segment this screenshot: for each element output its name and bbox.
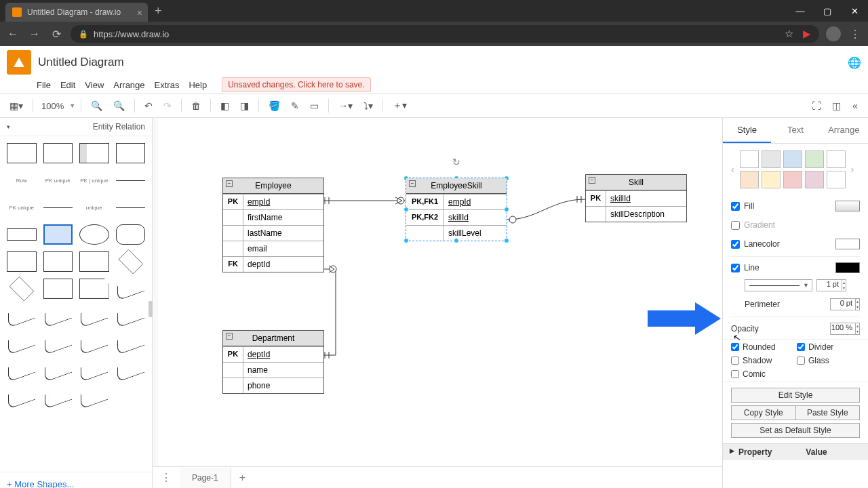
more-shapes-link[interactable]: + More Shapes... (0, 472, 152, 488)
table-employee[interactable]: −Employee PKempId firstName lastName ema… (222, 178, 324, 272)
window-minimize-icon[interactable]: — (787, 0, 814, 22)
shape-table3[interactable] (79, 143, 109, 163)
shape-curve15[interactable] (43, 387, 73, 407)
collapse-icon[interactable]: − (409, 180, 416, 187)
shape-curve6[interactable] (7, 333, 37, 353)
rotate-handle-icon[interactable]: ↻ (452, 157, 460, 167)
swatch-prev-icon[interactable]: ‹ (730, 164, 736, 175)
menu-edit[interactable]: Edit (60, 80, 75, 90)
undo-icon[interactable]: ↶ (140, 98, 157, 114)
shape-cloud[interactable] (116, 224, 146, 245)
table-employee-skill[interactable]: ↻ −EmployeeSkill PK,FK1empId PK,FK2skill… (406, 178, 507, 241)
line-width-input[interactable]: 1 pt (816, 279, 846, 291)
lanecolor-box[interactable] (835, 239, 860, 249)
swatch[interactable] (762, 171, 781, 188)
shape-curve8[interactable] (79, 333, 109, 353)
insert-icon[interactable]: ＋▾ (389, 97, 411, 115)
swatch[interactable] (783, 150, 802, 168)
shadow-checkbox[interactable] (731, 357, 739, 365)
collapse-icon[interactable]: « (848, 98, 863, 114)
opacity-input[interactable]: 100 % (830, 323, 860, 335)
window-maximize-icon[interactable]: ▢ (814, 0, 841, 22)
tab-arrange[interactable]: Arrange (820, 118, 868, 143)
shape-box[interactable] (43, 279, 73, 299)
property-header[interactable]: ▶ Property Value (723, 443, 868, 460)
fullscreen-icon[interactable]: ⛶ (808, 98, 825, 114)
forward-button[interactable]: → (27, 28, 42, 40)
zoom-level[interactable]: 100% (39, 101, 66, 111)
line-color-icon[interactable]: ✎ (287, 98, 303, 114)
swatch-next-icon[interactable]: › (850, 164, 856, 175)
zoom-out-icon[interactable]: 🔍 (109, 98, 129, 114)
shape-curve1[interactable] (116, 279, 146, 299)
perimeter-input[interactable]: 0 pt (830, 298, 860, 310)
document-title[interactable]: Untitled Diagram (38, 56, 124, 69)
glass-checkbox[interactable] (797, 357, 805, 365)
shape-row-label[interactable]: Row (7, 170, 37, 190)
unsaved-warning[interactable]: Unsaved changes. Click here to save. (222, 77, 370, 92)
tab-text[interactable]: Text (771, 118, 819, 143)
rounded-checkbox[interactable] (731, 343, 739, 351)
shape-curve7[interactable] (43, 333, 73, 353)
table-skill[interactable]: −Skill PKskillId skillDescription (585, 174, 687, 222)
close-tab-icon[interactable]: × (137, 7, 142, 18)
shape-entity3[interactable] (79, 251, 109, 272)
set-default-style-button[interactable]: Set as Default Style (731, 423, 860, 438)
shape-circle[interactable] (79, 224, 109, 245)
shape-curve3[interactable] (43, 306, 73, 326)
shape-curve9[interactable] (116, 333, 146, 353)
browser-tab[interactable]: Untitled Diagram - draw.io × (5, 3, 148, 22)
connection-icon[interactable]: →▾ (334, 98, 357, 114)
comic-checkbox[interactable] (731, 370, 739, 378)
menu-file[interactable]: File (37, 80, 51, 90)
gradient-checkbox[interactable] (731, 221, 740, 230)
reload-button[interactable]: ⟳ (49, 28, 64, 41)
collapse-icon[interactable]: − (589, 177, 595, 184)
window-close-icon[interactable]: ✕ (841, 0, 868, 22)
shape-curve12[interactable] (79, 360, 109, 380)
shape-table[interactable] (7, 143, 37, 163)
table-department[interactable]: −Department PKdeptId name phone (222, 330, 324, 394)
swatch[interactable] (827, 171, 846, 188)
divider-checkbox[interactable] (797, 343, 805, 351)
shape-table2[interactable] (43, 143, 73, 163)
menu-view[interactable]: View (85, 80, 104, 90)
shape-pk2[interactable]: PK | unique (79, 170, 109, 190)
shape-entity2[interactable] (43, 251, 73, 272)
palette-header[interactable]: Entity Relation (0, 118, 152, 136)
shape-curve10[interactable] (7, 360, 37, 380)
shape-curve2[interactable] (7, 306, 37, 326)
shape-line2[interactable] (116, 207, 146, 208)
shape-diamond[interactable] (118, 249, 142, 274)
shape-curve14[interactable] (7, 387, 37, 407)
line-checkbox[interactable] (731, 264, 740, 272)
lanecolor-checkbox[interactable] (731, 240, 740, 249)
swatch[interactable] (805, 150, 824, 168)
shape-fk[interactable]: FK unique (7, 197, 37, 218)
collapse-icon[interactable]: − (226, 180, 233, 187)
swatch[interactable] (827, 150, 846, 168)
page-tab-1[interactable]: Page-1 (180, 468, 231, 488)
paste-style-button[interactable]: Paste Style (795, 405, 861, 420)
profile-avatar[interactable] (826, 26, 841, 41)
pages-menu-icon[interactable]: ⋮ (153, 471, 180, 484)
shape-unique[interactable]: unique (79, 197, 109, 218)
star-icon[interactable]: ☆ (785, 28, 793, 40)
shape-entity1[interactable] (7, 251, 37, 272)
add-page-icon[interactable]: + (231, 472, 254, 484)
shape-divider[interactable] (116, 180, 146, 181)
waypoint-icon[interactable]: ⤵▾ (359, 98, 377, 114)
back-button[interactable]: ← (5, 28, 20, 40)
redo-icon[interactable]: ↷ (159, 98, 176, 114)
browser-menu-icon[interactable]: ⋮ (848, 28, 863, 41)
line-style-dropdown[interactable]: ▼ (745, 279, 812, 291)
canvas[interactable]: −Employee PKempId firstName lastName ema… (153, 118, 722, 488)
youtube-icon[interactable]: ▶ (803, 28, 811, 40)
edit-style-button[interactable]: Edit Style (731, 388, 860, 403)
copy-style-button[interactable]: Copy Style (731, 405, 795, 420)
shape-curve13[interactable] (116, 360, 146, 380)
shape-pk[interactable]: PK unique (43, 170, 73, 190)
shape-curve5[interactable] (116, 306, 146, 326)
fill-color-icon[interactable]: 🪣 (264, 98, 284, 114)
fill-color[interactable] (835, 201, 860, 211)
